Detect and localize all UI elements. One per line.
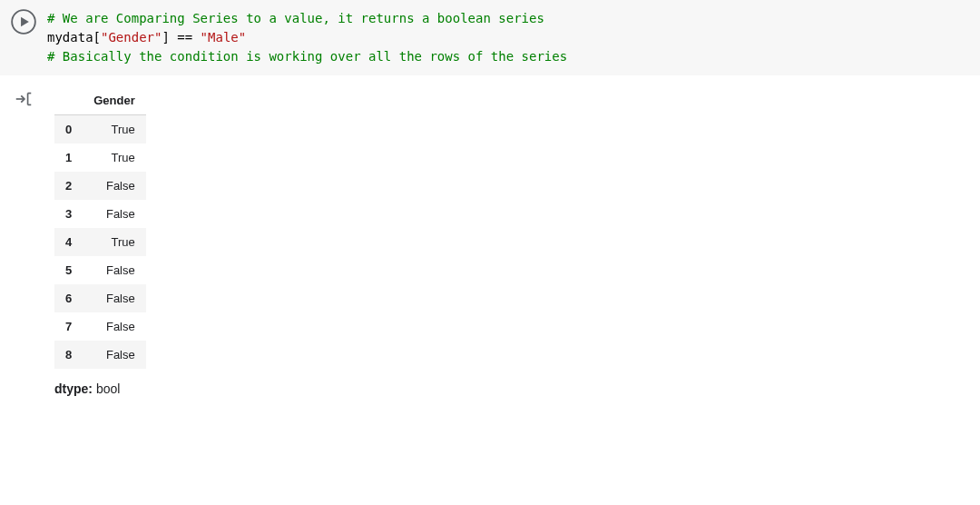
table-row-index: 6 <box>54 284 83 312</box>
table-row: 2 False <box>54 172 146 200</box>
dataframe-table: Gender 0 True 1 True 2 False <box>54 86 146 369</box>
table-row-index: 5 <box>54 256 83 284</box>
table-cell-value: False <box>83 172 146 200</box>
cell-input-area: # We are Comparing Series to a value, it… <box>0 0 980 75</box>
table-header-col: Gender <box>83 86 146 115</box>
output-gutter <box>0 83 47 110</box>
table-cell-value: True <box>83 144 146 172</box>
table-row-index: 8 <box>54 341 83 369</box>
input-gutter <box>0 7 47 35</box>
table-row-index: 3 <box>54 200 83 228</box>
table-cell-value: False <box>83 284 146 312</box>
code-operator: == <box>170 30 201 45</box>
table-row: 1 True <box>54 144 146 172</box>
table-row: 5 False <box>54 256 146 284</box>
dtype-line: dtype: bool <box>54 381 973 396</box>
cell-output-area: Gender 0 True 1 True 2 False <box>0 75 980 400</box>
output-collapse-icon <box>14 89 34 109</box>
code-editor[interactable]: # We are Comparing Series to a value, it… <box>47 7 980 68</box>
table-header-index <box>54 86 83 115</box>
table-cell-value: False <box>83 312 146 341</box>
notebook-cell: # We are Comparing Series to a value, it… <box>0 0 980 400</box>
dtype-value: bool <box>93 381 120 396</box>
table-cell-value: False <box>83 341 146 369</box>
table-row-index: 0 <box>54 115 83 144</box>
code-bracket: ] <box>162 30 169 45</box>
run-cell-button[interactable] <box>11 9 36 35</box>
code-comment: # Basically the condition is working ove… <box>47 49 567 64</box>
output-toggle-button[interactable] <box>13 88 34 110</box>
output-content: Gender 0 True 1 True 2 False <box>47 83 980 400</box>
code-string: "Gender" <box>101 30 162 45</box>
code-comment: # We are Comparing Series to a value, it… <box>47 11 544 25</box>
table-row-index: 4 <box>54 228 83 256</box>
table-row: 6 False <box>54 284 146 312</box>
table-row-index: 1 <box>54 144 83 172</box>
play-circle-icon <box>11 9 36 35</box>
table-row-index: 7 <box>54 312 83 341</box>
code-string: "Male" <box>201 30 247 45</box>
table-row: 4 True <box>54 228 146 256</box>
table-row: 3 False <box>54 200 146 228</box>
table-cell-value: False <box>83 200 146 228</box>
table-cell-value: True <box>83 228 146 256</box>
table-row: 7 False <box>54 312 146 341</box>
code-variable: mydata <box>47 30 93 45</box>
table-cell-value: True <box>83 115 146 144</box>
table-row: 0 True <box>54 115 146 144</box>
table-cell-value: False <box>83 256 146 284</box>
dtype-label: dtype: <box>54 381 93 396</box>
table-header-row: Gender <box>54 86 146 115</box>
code-bracket: [ <box>93 30 101 45</box>
table-row-index: 2 <box>54 172 83 200</box>
table-row: 8 False <box>54 341 146 369</box>
